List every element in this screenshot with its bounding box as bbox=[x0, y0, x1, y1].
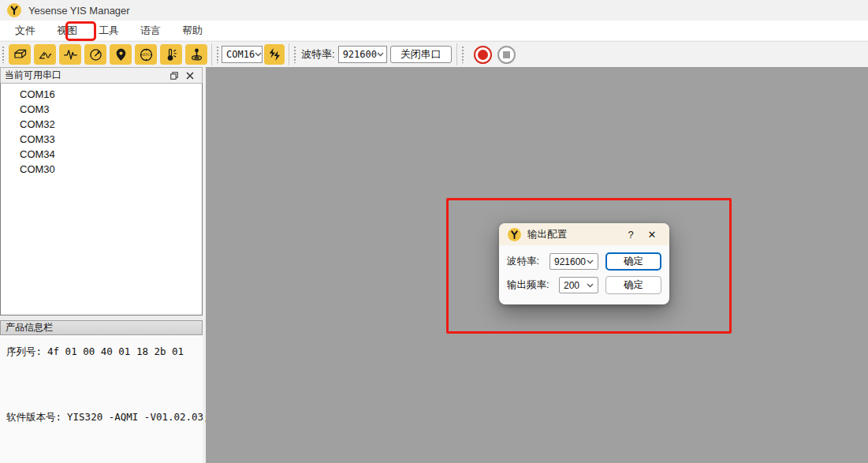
toolbar-gripper[interactable] bbox=[461, 46, 464, 63]
window-title: Yesense YIS Manager bbox=[28, 5, 130, 17]
stop-icon bbox=[503, 51, 510, 58]
dialog-title-bar[interactable]: 输出配置 ? ✕ bbox=[499, 223, 669, 245]
info-panel-header: 产品信息栏 bbox=[0, 320, 203, 335]
utc-clock-button[interactable]: UTC bbox=[135, 44, 157, 65]
serial-number-value: 4f 01 00 40 01 18 2b 01 bbox=[47, 345, 184, 357]
chevron-down-icon bbox=[255, 52, 262, 57]
menu-bar: 文件 视图 工具 语言 帮助 bbox=[0, 21, 868, 41]
baud-rate-label: 波特率: bbox=[301, 47, 335, 62]
port-list-item[interactable]: COM33 bbox=[1, 132, 202, 147]
output-rate-row: 输出频率: 200 确定 bbox=[507, 276, 661, 294]
menu-tools[interactable]: 工具 bbox=[93, 21, 125, 40]
chevron-down-icon bbox=[587, 283, 594, 288]
antenna-icon bbox=[188, 47, 205, 63]
software-version-value: YIS320 -AQMI -V01.02.03; bbox=[67, 411, 210, 423]
angle-wave-button[interactable] bbox=[34, 44, 56, 65]
dialog-baud-label: 波特率: bbox=[507, 255, 539, 268]
float-panel-button[interactable] bbox=[166, 69, 182, 82]
chevron-down-icon bbox=[587, 260, 594, 264]
port-list-item[interactable]: COM34 bbox=[1, 147, 202, 162]
close-port-button[interactable]: 关闭串口 bbox=[390, 46, 452, 63]
waveform-icon bbox=[62, 47, 79, 63]
dialog-title: 输出配置 bbox=[527, 228, 567, 241]
port-select[interactable]: COM16 bbox=[222, 46, 263, 63]
baud-rate-value: 921600 bbox=[343, 49, 377, 60]
3d-model-button[interactable] bbox=[9, 44, 31, 65]
toolbar-separator bbox=[456, 43, 457, 65]
dialog-rate-select[interactable]: 200 bbox=[559, 277, 598, 293]
waveform-button[interactable] bbox=[59, 44, 81, 65]
title-bar: Yesense YIS Manager bbox=[0, 0, 868, 21]
dialog-logo-icon bbox=[508, 228, 521, 241]
location-button[interactable] bbox=[110, 44, 132, 65]
info-panel-body: 序列号:4f 01 00 40 01 18 2b 01 软件版本号:YIS320… bbox=[0, 335, 203, 463]
gauge-button[interactable] bbox=[84, 44, 106, 65]
dialog-rate-label: 输出频率: bbox=[507, 278, 549, 292]
float-icon bbox=[170, 71, 179, 80]
angle-wave-icon bbox=[37, 47, 54, 63]
record-button[interactable] bbox=[474, 46, 492, 64]
refresh-icon bbox=[266, 47, 282, 62]
baud-rate-row: 波特率: 921600 确定 bbox=[507, 252, 661, 271]
menu-language[interactable]: 语言 bbox=[135, 21, 166, 40]
info-panel-title: 产品信息栏 bbox=[6, 321, 53, 334]
toolbar-separator bbox=[211, 43, 212, 65]
toolbar-gripper[interactable] bbox=[293, 46, 296, 63]
port-list-item[interactable]: COM16 bbox=[1, 87, 202, 102]
toolbar-gripper[interactable] bbox=[2, 46, 5, 63]
software-version-line: 软件版本号:YIS320 -AQMI -V01.02.03; bbox=[6, 411, 198, 424]
toolbar: UTC COM16 波特率: 921600 bbox=[0, 41, 868, 67]
refresh-ports-button[interactable] bbox=[264, 44, 285, 65]
stop-button[interactable] bbox=[497, 46, 516, 64]
baud-rate-select[interactable]: 921600 bbox=[338, 46, 387, 63]
dialog-close-button[interactable]: ✕ bbox=[645, 229, 659, 241]
serial-number-line: 序列号:4f 01 00 40 01 18 2b 01 bbox=[6, 345, 198, 359]
output-config-dialog: 输出配置 ? ✕ 波特率: 921600 确定 输出频率: 200 确定 bbox=[499, 223, 669, 304]
temperature-button[interactable] bbox=[160, 44, 182, 65]
dialog-rate-value: 200 bbox=[564, 280, 579, 291]
utc-clock-icon: UTC bbox=[138, 47, 155, 63]
svg-text:UTC: UTC bbox=[143, 52, 150, 57]
port-list-item[interactable]: COM32 bbox=[1, 117, 202, 132]
menu-file[interactable]: 文件 bbox=[9, 21, 41, 40]
toolbar-gripper[interactable] bbox=[216, 46, 219, 63]
ports-panel-header: 当前可用串口 bbox=[0, 67, 203, 84]
port-list-item[interactable]: COM3 bbox=[1, 102, 202, 117]
menu-view[interactable]: 视图 bbox=[51, 21, 83, 40]
app-logo-icon bbox=[7, 3, 21, 17]
temperature-icon bbox=[163, 47, 180, 63]
dialog-baud-select[interactable]: 921600 bbox=[549, 253, 598, 270]
close-panel-button[interactable] bbox=[182, 69, 198, 82]
dialog-help-button[interactable]: ? bbox=[624, 229, 637, 241]
3d-model-icon bbox=[12, 47, 28, 63]
dialog-body: 波特率: 921600 确定 输出频率: 200 确定 bbox=[499, 245, 669, 294]
dialog-rate-confirm-button[interactable]: 确定 bbox=[605, 276, 661, 294]
serial-number-label: 序列号: bbox=[6, 345, 42, 357]
software-version-label: 软件版本号: bbox=[6, 411, 61, 423]
left-dock: 当前可用串口 COM16 COM3 COM32 COM33 COM34 COM3… bbox=[0, 67, 203, 463]
menu-help[interactable]: 帮助 bbox=[177, 21, 208, 40]
port-list: COM16 COM3 COM32 COM33 COM34 COM30 bbox=[0, 84, 203, 316]
dialog-baud-confirm-button[interactable]: 确定 bbox=[605, 252, 661, 271]
location-pin-icon bbox=[113, 47, 129, 63]
gauge-icon bbox=[88, 47, 104, 63]
chevron-down-icon bbox=[377, 52, 384, 57]
antenna-button[interactable] bbox=[185, 44, 207, 65]
ports-panel-title: 当前可用串口 bbox=[5, 69, 61, 82]
toolbar-separator bbox=[289, 43, 289, 65]
record-icon bbox=[478, 50, 488, 60]
port-select-value: COM16 bbox=[226, 49, 255, 60]
dialog-baud-value: 921600 bbox=[554, 256, 586, 267]
port-list-item[interactable]: COM30 bbox=[1, 162, 202, 177]
close-icon bbox=[186, 72, 194, 80]
